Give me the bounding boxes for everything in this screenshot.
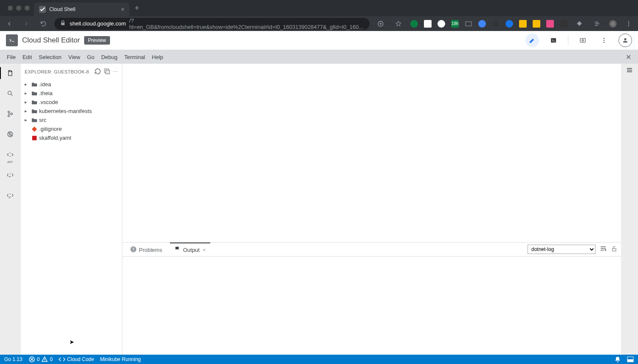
tree-file[interactable]: .gitignore	[20, 124, 122, 133]
tree-folder[interactable]: ▸.theia	[20, 89, 122, 98]
folder-icon	[31, 90, 37, 97]
preview-web-icon[interactable]	[576, 34, 590, 47]
svg-rect-32	[613, 248, 616, 251]
star-icon[interactable]	[392, 18, 404, 30]
ext-icon-9[interactable]	[519, 20, 527, 28]
traffic-light-min[interactable]	[16, 6, 21, 11]
menu-terminal[interactable]: Terminal	[121, 52, 148, 62]
traffic-light-close[interactable]	[8, 6, 13, 11]
tab-problems-label: Problems	[139, 247, 162, 253]
new-tab-button[interactable]: +	[135, 4, 139, 13]
ext-icon-7[interactable]	[492, 20, 500, 28]
extensions-icon[interactable]	[573, 18, 585, 30]
menu-view[interactable]: View	[65, 52, 84, 62]
svg-point-23	[10, 173, 11, 174]
ext-icon-10[interactable]	[533, 20, 540, 28]
tab-output-label: Output	[183, 247, 200, 253]
address-bar[interactable]: shell.cloud.google.com/?hl=en_GB&fromclo…	[54, 18, 370, 30]
activity-scm-icon[interactable]	[4, 108, 16, 120]
status-go-version[interactable]: Go 1.13	[4, 356, 23, 362]
git-file-icon	[31, 126, 37, 133]
close-panel-icon[interactable]: ✕	[622, 53, 635, 61]
svg-point-17	[8, 115, 9, 117]
browser-tab[interactable]: Cloud Shell ×	[34, 3, 130, 16]
status-layout-icon[interactable]	[627, 356, 634, 363]
folder-icon	[31, 117, 37, 124]
menu-debug[interactable]: Debug	[98, 52, 121, 62]
status-minikube[interactable]: Minikube Running	[100, 356, 141, 362]
ext-icon-11[interactable]	[546, 20, 554, 28]
preview-badge: Preview	[84, 36, 110, 45]
tree-folder[interactable]: ▸src	[20, 116, 122, 124]
tab-problems[interactable]: Problems	[126, 243, 167, 257]
menu-file[interactable]: File	[3, 52, 19, 62]
nav-back-button[interactable]	[3, 18, 15, 30]
tree-file[interactable]: skaffold.yaml	[20, 133, 122, 142]
menu-edit[interactable]: Edit	[19, 52, 35, 62]
nav-forward-button[interactable]	[20, 18, 32, 30]
nav-reload-button[interactable]	[37, 18, 49, 30]
status-cloud-code[interactable]: Cloud Code	[59, 356, 94, 363]
ext-icon-2[interactable]	[424, 20, 432, 28]
status-bell-icon[interactable]	[614, 356, 621, 363]
svg-point-22	[10, 156, 11, 157]
more-actions-icon[interactable]: ⋯	[113, 69, 118, 75]
chevron-right-icon: ▸	[25, 99, 30, 105]
profile-avatar[interactable]	[609, 20, 617, 28]
activity-k8s-icon[interactable]	[4, 189, 16, 201]
chevron-right-icon: ▸	[25, 82, 30, 87]
ext-icon-3[interactable]	[438, 20, 445, 28]
lock-scroll-icon[interactable]	[611, 245, 618, 254]
tab-close-icon[interactable]: ×	[203, 247, 206, 253]
ext-icon-5[interactable]	[465, 20, 472, 28]
more-icon[interactable]	[597, 34, 611, 47]
tree-label: .idea	[39, 81, 51, 87]
menu-selection[interactable]: Selection	[35, 52, 65, 62]
svg-rect-3	[466, 22, 471, 26]
install-icon[interactable]	[375, 18, 387, 30]
menu-help[interactable]: Help	[149, 52, 167, 62]
svg-point-27	[8, 197, 10, 198]
tree-label: .theia	[39, 90, 53, 96]
output-body[interactable]	[122, 257, 621, 355]
outline-icon[interactable]	[626, 67, 633, 76]
traffic-light-max[interactable]	[25, 6, 30, 11]
activity-explorer-icon[interactable]	[4, 67, 16, 79]
activity-cloudrun-icon[interactable]	[4, 169, 16, 181]
edit-icon[interactable]	[525, 34, 539, 47]
menu-bar: File Edit Selection View Go Debug Termin…	[0, 50, 638, 64]
ext-icon-6[interactable]	[478, 20, 486, 28]
output-channel-select[interactable]: dotnet-log	[528, 245, 596, 254]
chevron-right-icon: ▸	[25, 108, 30, 114]
ext-icon-1[interactable]	[410, 20, 418, 28]
svg-rect-35	[627, 359, 633, 362]
ext-icon-8[interactable]	[505, 20, 513, 28]
ext-icon-4[interactable]: 18h	[451, 20, 459, 28]
user-avatar[interactable]	[618, 34, 632, 47]
collapse-icon[interactable]	[104, 68, 110, 76]
svg-point-10	[582, 40, 584, 41]
svg-rect-30	[32, 135, 37, 140]
browser-menu-icon[interactable]	[623, 18, 635, 30]
tree-folder[interactable]: ▸.vscode	[20, 98, 122, 107]
api-label: API	[7, 160, 13, 164]
reading-list-icon[interactable]	[591, 18, 603, 30]
tree-folder[interactable]: ▸kubernetes-manifests	[20, 107, 122, 116]
clear-output-icon[interactable]	[600, 245, 607, 254]
ext-icon-12[interactable]	[560, 20, 567, 28]
warning-icon	[130, 246, 137, 254]
status-bar: Go 1.13 0 0 Cloud Code Minikube Running	[0, 355, 638, 364]
menu-go[interactable]: Go	[84, 52, 98, 62]
tab-close-icon[interactable]: ×	[121, 6, 124, 13]
activity-debug-icon[interactable]	[4, 128, 16, 140]
activity-api-icon[interactable]: API	[4, 149, 16, 161]
svg-rect-8	[551, 38, 556, 43]
tab-output[interactable]: Output ×	[170, 243, 210, 257]
activity-search-icon[interactable]	[4, 87, 16, 99]
terminal-icon[interactable]	[547, 34, 560, 47]
traffic-lights	[3, 6, 34, 11]
status-errors-warnings[interactable]: 0 0	[28, 356, 53, 363]
refresh-icon[interactable]	[94, 68, 101, 76]
tree-folder[interactable]: ▸.idea	[20, 80, 122, 89]
svg-point-13	[604, 42, 605, 43]
